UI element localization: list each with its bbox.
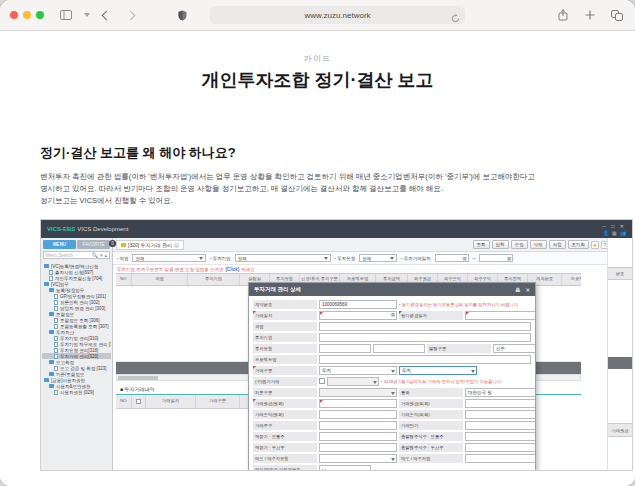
grid-column-header: NO: [116, 274, 132, 285]
vics-screenshot: VICS-EBS VICS Development ─ □ ✕ 👤 ▦ 👥 0 …: [40, 219, 633, 471]
modal-text-input[interactable]: [373, 344, 425, 353]
modal-field-row: 투자기업: [253, 332, 531, 342]
sidebar-tab-favorite[interactable]: FAVORITE: [77, 240, 110, 249]
modal-dropdown[interactable]: 투자: [399, 366, 477, 375]
privacy-shield-icon[interactable]: [174, 7, 190, 23]
modal-field-label: 매도 / 매수자명: [399, 454, 463, 463]
minimize-window-button[interactable]: [23, 11, 31, 19]
sidebar-tab-menu[interactable]: MENU: [43, 240, 76, 249]
vics-sidebar: 0 MENUFAVORITE Menu Search 🔍 ▾ ▴ [VC]등록/…: [41, 238, 113, 471]
tree-item[interactable]: 개인투자조합신청 [704]: [42, 275, 111, 281]
subgrid-column-header: 거래구분: [196, 395, 240, 408]
modal-body: 계약번호1000069569• 등기변경일자는 등기부등본상의 일자를 입력하시…: [249, 296, 535, 471]
tree-item-label: 전문인력 관리 [302]: [60, 300, 100, 305]
tree-item-label: [VC]업무: [51, 282, 69, 287]
menu-search-input[interactable]: Menu Search 🔍 ▾ ▴: [43, 251, 110, 259]
modal-text-input[interactable]: [465, 410, 536, 419]
browser-toolbar: www.zuzu.network: [0, 0, 635, 31]
modal-field-label: 총발행주식수 · 우선주: [399, 443, 463, 452]
modal-field-label: 등기변경일자: [399, 311, 463, 320]
tree-item[interactable]: 사용자권한 [029]: [42, 389, 111, 395]
new-tab-icon[interactable]: [582, 7, 598, 23]
modal-text-input[interactable]: [465, 443, 536, 452]
back-button[interactable]: [98, 7, 114, 23]
menu-search-placeholder: Menu Search: [46, 253, 90, 258]
modal-text-input[interactable]: [319, 322, 531, 331]
folder-icon: [49, 312, 54, 316]
address-bar[interactable]: www.zuzu.network: [210, 6, 465, 24]
filter-type-select[interactable]: 전체: [359, 254, 397, 262]
toolbar-button-조회[interactable]: 조회: [473, 240, 490, 249]
tree-item-label: 담당자 변경 관리 [303]: [60, 306, 105, 311]
share-icon[interactable]: [555, 7, 571, 23]
modal-text-input[interactable]: [319, 399, 397, 408]
modal-text-input[interactable]: 신주: [493, 344, 536, 353]
toolbar-button-수정[interactable]: 수정: [511, 240, 528, 249]
search-icon[interactable]: 🔍: [92, 252, 98, 258]
tab-investment-transactions[interactable]: [320] 투자거래 관리 ▤: [116, 240, 184, 250]
modal-field-label: 거래원금(외화): [399, 399, 463, 408]
toolbar-button-입력[interactable]: 입력: [492, 240, 509, 249]
modal-text-input[interactable]: [319, 421, 397, 430]
subgrid-column-header: [132, 395, 146, 408]
modal-text-input[interactable]: 1000069569: [319, 300, 397, 309]
modal-text-input[interactable]: [319, 443, 397, 452]
modal-field-label: 매도 / 매수자유형: [253, 454, 317, 463]
modal-text-input[interactable]: [319, 355, 531, 364]
tab-menu-icon[interactable]: ▤: [174, 242, 179, 248]
tab-overview-icon[interactable]: [609, 7, 625, 23]
close-window-button[interactable]: [10, 11, 18, 19]
notice-link[interactable]: [Click]: [226, 267, 240, 272]
forward-button[interactable]: [122, 7, 138, 23]
toolbar-button-삭제[interactable]: 삭제: [530, 240, 547, 249]
toolbar-button-초기화[interactable]: 초기화: [568, 240, 590, 249]
modal-field-label: 발행구분: [427, 344, 491, 353]
modal-field-label: 총발행주식수 · 보통주: [399, 432, 463, 441]
chevron-down-icon[interactable]: [84, 13, 90, 17]
modal-text-input[interactable]: [319, 344, 371, 353]
modal-field-label: 좌명: [253, 322, 317, 331]
tree-item-label: 등록/원장업무: [56, 288, 84, 293]
filter-date-from[interactable]: [435, 254, 469, 262]
modal-text-input[interactable]: [465, 421, 536, 430]
modal-text-input[interactable]: [465, 399, 536, 408]
modal-text-input[interactable]: [319, 432, 397, 441]
filter-account-select[interactable]: 전체: [132, 254, 206, 262]
modal-dropdown[interactable]: [319, 454, 397, 463]
reload-icon[interactable]: [451, 9, 460, 27]
modal-title: 투자거래 관리 상세: [254, 286, 301, 293]
modal-field-row: 처분구분통화대한민국 원: [253, 387, 531, 397]
modal-checkbox[interactable]: [319, 378, 325, 384]
print-icon[interactable]: 🖶: [515, 287, 521, 293]
modal-date-input[interactable]: [319, 311, 397, 320]
section-paragraph: 벤처투자 촉진에 관한 법률(이하 '벤처투자법')에서는 업무 운영 상황을 …: [40, 171, 595, 207]
grid-frozen-right-pane: 번호 거래원금: [607, 238, 632, 471]
doc-icon: [54, 318, 58, 323]
modal-text-input[interactable]: [319, 333, 531, 342]
filter-company-select[interactable]: 전체: [235, 254, 331, 262]
users-icon[interactable]: 👥: [620, 230, 626, 236]
dropdown-arrow-icon: [391, 370, 395, 373]
printer-icon[interactable]: ▦: [612, 230, 617, 236]
doc-icon: [49, 276, 53, 281]
modal-text-input[interactable]: [465, 432, 536, 441]
filter-date-to[interactable]: [479, 254, 513, 262]
modal-text-input[interactable]: [319, 410, 397, 419]
expand-tree-icon[interactable]: ▾: [100, 252, 103, 258]
user-icon[interactable]: 👤: [603, 230, 609, 236]
modal-text-input[interactable]: [465, 454, 536, 463]
modal-text-input[interactable]: 대한민국 원: [465, 388, 536, 397]
favorite-star-icon[interactable]: ★: [591, 241, 599, 249]
vics-window-controls[interactable]: ─ □ ✕: [602, 223, 626, 229]
sidebar-toggle-icon[interactable]: [58, 7, 74, 23]
toolbar-button-저장[interactable]: 저장: [549, 240, 566, 249]
modal-dropdown[interactable]: 투자: [319, 366, 397, 375]
sidebar-collapse-badge[interactable]: 0: [109, 240, 116, 247]
url-text: www.zuzu.network: [304, 11, 370, 20]
modal-field-row: 매도/매수자 사업자번호- -: [253, 464, 531, 471]
collapse-tree-icon[interactable]: ▴: [104, 252, 107, 258]
select-all-checkbox[interactable]: [136, 399, 141, 404]
modal-date-input[interactable]: [465, 311, 536, 320]
close-icon[interactable]: ✕: [525, 287, 530, 293]
zoom-window-button[interactable]: [36, 11, 44, 19]
